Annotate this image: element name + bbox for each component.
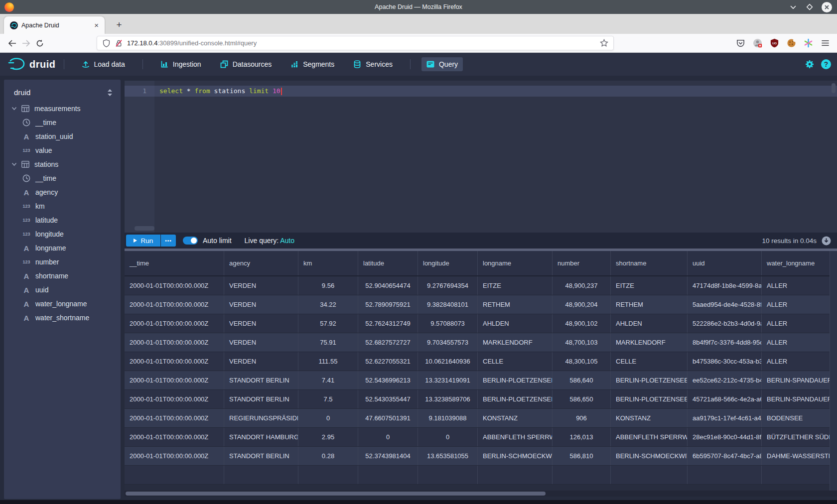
schema-column-row[interactable]: 123longitude bbox=[4, 227, 121, 241]
schema-column-row[interactable]: 123km bbox=[4, 199, 121, 213]
nav-segments[interactable]: Segments bbox=[285, 57, 339, 71]
reload-button[interactable] bbox=[33, 36, 47, 50]
bookmark-star-icon[interactable] bbox=[600, 39, 608, 47]
column-header-uuid[interactable]: uuid bbox=[688, 251, 762, 275]
nav-query[interactable]: Query bbox=[421, 57, 463, 71]
table-cell[interactable]: BERLIN-PLOETZENSEE C bbox=[611, 371, 688, 389]
table-cell[interactable]: MARKLENDORF bbox=[478, 333, 553, 352]
table-cell[interactable]: RETHEM bbox=[611, 295, 688, 314]
table-cell[interactable]: BERLIN-SCHMOECKWITZ bbox=[611, 447, 688, 465]
table-cell[interactable]: CELLE bbox=[611, 352, 688, 371]
maximize-icon[interactable] bbox=[805, 2, 814, 11]
table-cell[interactable]: 8b4f9f7c-3376-4dd8-95c bbox=[688, 333, 762, 352]
column-header-__time[interactable]: __time bbox=[125, 251, 224, 275]
url-text[interactable]: 172.18.0.4:30899/unified-console.html#qu… bbox=[127, 39, 257, 47]
column-header-longitude[interactable]: longitude bbox=[418, 251, 478, 275]
table-cell[interactable]: 52.7624312749 bbox=[358, 314, 418, 333]
schema-table-row[interactable]: measurements bbox=[4, 102, 121, 116]
table-cell[interactable]: 6b595707-8c47-4bc7-a8 bbox=[688, 447, 762, 465]
table-cell[interactable]: DAHME-WASSERSTRAS bbox=[762, 447, 837, 465]
table-cell[interactable]: 9.2767694354 bbox=[418, 276, 478, 295]
table-cell[interactable]: AHLDEN bbox=[478, 314, 553, 333]
hscroll-thumb[interactable] bbox=[126, 492, 546, 496]
table-cell[interactable]: aa9179c1-17ef-4c61-a48 bbox=[688, 409, 762, 427]
account-disabled-icon[interactable] bbox=[753, 38, 762, 48]
table-cell[interactable]: BERLIN-PLOETZENSEE C bbox=[478, 371, 553, 389]
table-cell[interactable]: ALLER bbox=[762, 314, 837, 333]
auto-limit-toggle[interactable] bbox=[183, 237, 198, 245]
table-cell[interactable]: 52.5436996213 bbox=[358, 371, 418, 389]
table-cell[interactable]: 2000-01-01T00:00:00.000Z bbox=[125, 333, 224, 352]
table-cell[interactable]: 48,900,102 bbox=[553, 314, 611, 333]
tab-close-icon[interactable]: × bbox=[92, 21, 101, 29]
forward-button[interactable] bbox=[19, 36, 33, 50]
table-cell[interactable]: MARKLENDORF bbox=[611, 333, 688, 352]
table-cell[interactable]: ALLER bbox=[762, 276, 837, 295]
more-options-button[interactable]: ••• bbox=[161, 235, 176, 247]
table-cell[interactable]: 48,300,105 bbox=[553, 352, 611, 371]
table-cell[interactable]: BÜTZFLETHER SÜDERE bbox=[762, 428, 837, 446]
table-cell[interactable]: KONSTANZ bbox=[478, 409, 553, 427]
results-vscrollbar[interactable] bbox=[830, 251, 837, 491]
gear-icon[interactable] bbox=[805, 59, 815, 69]
ublock-icon[interactable]: UO bbox=[770, 38, 779, 48]
table-cell[interactable]: STANDORT BERLIN bbox=[224, 371, 298, 389]
table-cell[interactable]: 52.7890975921 bbox=[358, 295, 418, 314]
table-cell[interactable]: BERLIN-SPANDAUER-S bbox=[762, 371, 837, 389]
table-cell[interactable]: 34.22 bbox=[298, 295, 358, 314]
results-hscrollbar[interactable] bbox=[125, 491, 837, 497]
table-cell[interactable]: KONSTANZ bbox=[611, 409, 688, 427]
table-cell[interactable]: STANDORT BERLIN bbox=[224, 390, 298, 408]
nav-services[interactable]: Services bbox=[348, 57, 398, 71]
table-cell[interactable]: VERDEN bbox=[224, 352, 298, 371]
table-cell[interactable]: 48,900,237 bbox=[553, 276, 611, 295]
table-cell[interactable]: ALLER bbox=[762, 295, 837, 314]
schema-selector[interactable]: druid bbox=[4, 80, 121, 102]
editor-vscroll-thumb[interactable] bbox=[832, 83, 836, 93]
table-cell[interactable]: 2000-01-01T00:00:00.000Z bbox=[125, 371, 224, 389]
table-cell[interactable]: 2000-01-01T00:00:00.000Z bbox=[125, 428, 224, 446]
table-cell[interactable]: ABBENFLETH SPERRWEI bbox=[478, 428, 553, 446]
schema-column-row[interactable]: Auuid bbox=[4, 283, 121, 297]
table-cell[interactable]: BODENSEE bbox=[762, 409, 837, 427]
table-cell[interactable]: STANDORT HAMBURG bbox=[224, 428, 298, 446]
table-cell[interactable]: 586,640 bbox=[553, 371, 611, 389]
table-cell[interactable]: 48,700,103 bbox=[553, 333, 611, 352]
schema-column-row[interactable]: Awater_shortname bbox=[4, 311, 121, 325]
druid-logo[interactable]: druid bbox=[8, 58, 56, 71]
chevron-down-icon[interactable] bbox=[11, 162, 17, 166]
table-cell[interactable]: 47174d8f-1b8e-4599-8a bbox=[688, 276, 762, 295]
table-cell[interactable]: EITZE bbox=[478, 276, 553, 295]
editor-hscroll-thumb[interactable] bbox=[135, 226, 154, 231]
nav-load-data[interactable]: Load data bbox=[77, 57, 130, 71]
column-header-latitude[interactable]: latitude bbox=[358, 251, 418, 275]
table-cell[interactable]: ALLER bbox=[762, 333, 837, 352]
table-cell[interactable]: 9.181039088 bbox=[418, 409, 478, 427]
table-cell[interactable]: 111.55 bbox=[298, 352, 358, 371]
schema-column-row[interactable]: Alongname bbox=[4, 241, 121, 255]
table-cell[interactable]: 9.7034557573 bbox=[418, 333, 478, 352]
table-cell[interactable]: STANDORT BERLIN bbox=[224, 447, 298, 465]
table-cell[interactable]: 47.6607501391 bbox=[358, 409, 418, 427]
url-bar[interactable]: 172.18.0.4:30899/unified-console.html#qu… bbox=[97, 36, 614, 50]
back-button[interactable] bbox=[5, 36, 19, 50]
table-cell[interactable]: BERLIN-PLOETZENSEE U bbox=[611, 390, 688, 408]
browser-tab[interactable]: Apache Druid × bbox=[4, 16, 105, 34]
table-cell[interactable]: VERDEN bbox=[224, 295, 298, 314]
table-cell[interactable]: EITZE bbox=[611, 276, 688, 295]
table-cell[interactable]: 57.92 bbox=[298, 314, 358, 333]
table-cell[interactable]: BERLIN-SPANDAUER-S bbox=[762, 390, 837, 408]
table-cell[interactable]: 75.91 bbox=[298, 333, 358, 352]
table-cell[interactable]: 52.6827572727 bbox=[358, 333, 418, 352]
table-cell[interactable]: 522286e2-b2b3-4d0d-9a bbox=[688, 314, 762, 333]
table-cell[interactable]: VERDEN bbox=[224, 276, 298, 295]
nav-ingestion[interactable]: Ingestion bbox=[155, 57, 206, 71]
column-header-agency[interactable]: agency bbox=[224, 251, 298, 275]
table-cell[interactable]: 586,810 bbox=[553, 447, 611, 465]
schema-column-row[interactable]: 123latitude bbox=[4, 213, 121, 227]
column-header-water_longname[interactable]: water_longname bbox=[762, 251, 830, 275]
table-cell[interactable]: 5aaed954-de4e-4528-8f bbox=[688, 295, 762, 314]
table-cell[interactable]: 13.3231419091 bbox=[418, 371, 478, 389]
schema-column-row[interactable]: Aagency bbox=[4, 185, 121, 199]
table-cell[interactable]: 126,013 bbox=[553, 428, 611, 446]
